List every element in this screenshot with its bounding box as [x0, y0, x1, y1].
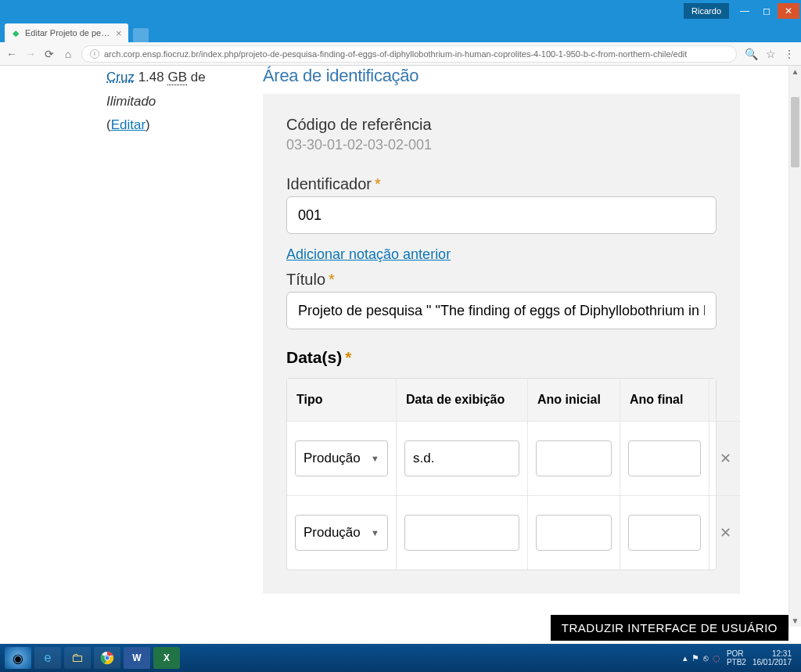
col-display: Data de exibição [397, 379, 528, 421]
back-button[interactable]: ← [6, 48, 17, 60]
tray-flag-icon[interactable]: ⚑ [691, 653, 699, 663]
storage-used: 1.48 [138, 70, 164, 84]
menu-icon[interactable]: ⋮ [784, 48, 795, 60]
atom-favicon-icon: ◆ [11, 28, 20, 38]
chevron-down-icon: ▼ [371, 528, 379, 537]
scroll-up-icon[interactable]: ▲ [789, 67, 801, 76]
taskbar: ◉ e 🗀 W X ▴ ⚑ ⎋ ◌ POR PTB2 12:31 16/01/2… [0, 644, 801, 672]
lang-indicator-1[interactable]: POR [727, 649, 746, 658]
home-button[interactable]: ⌂ [63, 48, 74, 60]
svg-point-2 [105, 656, 110, 660]
dates-table: Tipo Data de exibição Ano inicial Ano fi… [286, 378, 717, 570]
address-bar[interactable]: i arch.corp.ensp.fiocruz.br/index.php/pr… [81, 45, 737, 63]
start-year-input[interactable] [536, 515, 612, 551]
remove-row-icon[interactable]: ✕ [720, 450, 731, 467]
dates-table-head: Tipo Data de exibição Ano inicial Ano fi… [287, 379, 716, 421]
dates-row: Produção ▼ ✕ [287, 421, 716, 495]
maximize-button[interactable]: ◻ [756, 3, 778, 19]
sidebar-storage-info: Cruz 1.48 GB de Ilimitado (Editar) [106, 66, 239, 594]
user-badge: Ricardo [684, 3, 729, 19]
dates-label: Data(s)* [286, 348, 717, 367]
title-label: Título* [286, 271, 717, 289]
reference-code-value: 03-30-01-02-03-02-001 [286, 137, 717, 153]
end-year-input[interactable] [628, 515, 701, 551]
bookmark-icon[interactable]: ☆ [766, 48, 776, 60]
remove-row-icon[interactable]: ✕ [720, 524, 731, 541]
page-viewport: Cruz 1.48 GB de Ilimitado (Editar) Área … [0, 66, 801, 644]
info-icon: i [90, 49, 99, 59]
identification-panel: Código de referência 03-30-01-02-03-02-0… [263, 94, 740, 594]
window-titlebar: Ricardo — ◻ ✕ [0, 0, 801, 22]
display-date-input[interactable] [404, 515, 519, 551]
scroll-down-icon[interactable]: ▼ [789, 616, 801, 625]
col-start: Ano inicial [528, 379, 620, 421]
storage-limit: Ilimitado [106, 94, 156, 109]
col-tipo: Tipo [287, 379, 397, 421]
display-date-input[interactable] [404, 440, 519, 476]
tray-vol-icon[interactable]: ◌ [713, 653, 720, 663]
close-button[interactable]: ✕ [778, 3, 799, 19]
reference-code-label: Código de referência [286, 116, 717, 134]
start-year-input[interactable] [536, 440, 612, 476]
lang-indicator-2[interactable]: PTB2 [727, 658, 746, 667]
browser-toolbar: ← → ⟳ ⌂ i arch.corp.ensp.fiocruz.br/inde… [0, 42, 801, 66]
translate-ui-button[interactable]: TRADUZIR INTERFACE DE USUÁRIO [551, 615, 788, 641]
section-title: Área de identificação [263, 66, 740, 86]
scrollbar-thumb[interactable] [791, 97, 799, 167]
minimize-button[interactable]: — [734, 3, 756, 19]
identifier-label: Identificador* [286, 175, 717, 193]
zoom-icon[interactable]: 🔍 [745, 48, 758, 60]
taskbar-clock[interactable]: 12:31 16/01/2017 [753, 649, 796, 667]
chrome-taskbar-icon[interactable] [94, 647, 120, 669]
forward-button[interactable]: → [25, 48, 36, 60]
ie-taskbar-icon[interactable]: e [34, 647, 61, 669]
add-alternative-notation-link[interactable]: Adicionar notação anterior [286, 246, 451, 263]
tray-net-icon[interactable]: ⎋ [703, 653, 709, 663]
paren-close: ) [145, 117, 150, 132]
excel-taskbar-icon[interactable]: X [153, 647, 180, 669]
system-tray: ▴ ⚑ ⎋ ◌ POR PTB2 12:31 16/01/2017 [683, 649, 796, 667]
tray-up-icon[interactable]: ▴ [683, 653, 688, 663]
col-actions [709, 379, 741, 421]
word-taskbar-icon[interactable]: W [124, 647, 150, 669]
tab-close-icon[interactable]: × [116, 27, 122, 39]
chrome-icon [100, 651, 114, 665]
title-input[interactable] [286, 292, 717, 329]
chevron-down-icon: ▼ [371, 454, 379, 463]
storage-unit: GB [167, 70, 187, 85]
browser-tab[interactable]: ◆ Editar Projeto de pesqui × [5, 23, 128, 42]
type-select[interactable]: Produção ▼ [295, 515, 388, 551]
sidebar-cruz-link[interactable]: Cruz [106, 70, 135, 84]
main-column: Área de identificação Código de referênc… [263, 66, 740, 594]
end-year-input[interactable] [628, 440, 701, 476]
vertical-scrollbar[interactable]: ▲ ▼ [788, 66, 801, 627]
identifier-input[interactable] [286, 196, 717, 234]
storage-of: de [191, 70, 206, 84]
url-text: arch.corp.ensp.fiocruz.br/index.php/proj… [104, 49, 728, 59]
dates-row: Produção ▼ ✕ [287, 495, 716, 570]
explorer-taskbar-icon[interactable]: 🗀 [64, 647, 91, 669]
col-end: Ano final [620, 379, 709, 421]
new-tab-button[interactable] [133, 28, 149, 42]
tab-title: Editar Projeto de pesqui [25, 28, 111, 38]
edit-link[interactable]: Editar [111, 117, 145, 132]
type-select[interactable]: Produção ▼ [295, 440, 388, 476]
browser-tabstrip: ◆ Editar Projeto de pesqui × [0, 22, 801, 42]
reload-button[interactable]: ⟳ [44, 48, 55, 60]
start-button[interactable]: ◉ [5, 647, 31, 669]
